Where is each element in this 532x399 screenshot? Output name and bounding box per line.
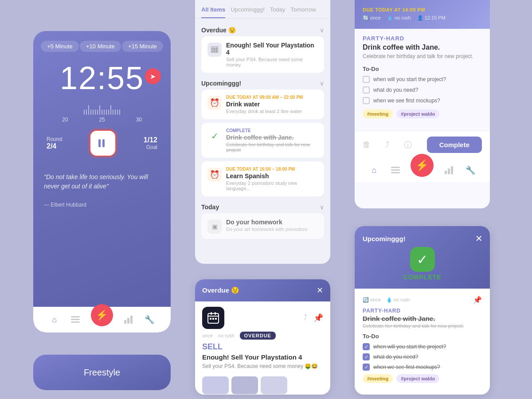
timer-share-button[interactable]: ➤ [145, 68, 161, 84]
todo-text-1: when will you start the project? [373, 76, 446, 82]
today-section-header: Today ∨ [201, 200, 324, 213]
coffee-content: COMPLETE Drink coffee with Jane. Celebra… [226, 128, 318, 153]
freestyle-panel: Freestyle [33, 355, 171, 390]
task-nav-list[interactable] [390, 164, 401, 176]
today-title: Today [201, 203, 219, 211]
overdue-img-2 [231, 376, 258, 394]
task-nav-chart[interactable] [443, 164, 455, 176]
svg-rect-12 [216, 47, 217, 52]
task-share-icon[interactable]: ⤴ [385, 140, 389, 149]
freestyle-label: Freestyle [84, 368, 120, 378]
ruler-mark [86, 110, 87, 115]
today-chevron[interactable]: ∨ [320, 203, 324, 211]
goal-info: 1/12 Goal [144, 136, 157, 150]
overdue-share-icon[interactable]: ⤴ [303, 313, 307, 323]
complete-popup-close[interactable]: ✕ [475, 233, 483, 244]
complete-button[interactable]: Complete [427, 137, 482, 153]
pause-icon [98, 139, 107, 148]
quick-add-5[interactable]: +5 Minute [41, 41, 78, 52]
tag-project[interactable]: #project waldo [396, 110, 439, 118]
ruler-mark [95, 110, 96, 115]
quick-add-10[interactable]: +10 Minute [80, 41, 121, 52]
coffee-check-icon: ✓ [207, 129, 222, 143]
spanish-item[interactable]: ⏰ DUE TODAY AT 16:00 – 18:00 PM Learn Sp… [201, 161, 324, 196]
task-nav-home[interactable]: ⌂ [368, 164, 380, 176]
complete-tag-meeting[interactable]: #meeting [363, 374, 393, 383]
complete-todo-text-2: what do you need? [373, 354, 418, 360]
overdue-task-desc: Sell your PS4. Because need some money 🤑… [195, 361, 330, 373]
tab-all-items[interactable]: All Items [201, 6, 225, 18]
complete-cb-2[interactable]: ✓ [363, 353, 370, 360]
ruler-mark [99, 105, 100, 115]
homework-icon: ▣ [207, 219, 222, 234]
complete-tag-project[interactable]: #project waldo [396, 374, 439, 383]
tab-today[interactable]: Today [270, 6, 286, 18]
complete-cb-1[interactable]: ✓ [363, 343, 370, 350]
tab-upcoming[interactable]: Upcominggg! [231, 6, 265, 18]
task-nav-settings[interactable]: 🔧 [465, 164, 476, 176]
goal-value: 1/12 [144, 136, 157, 144]
pause-button[interactable] [90, 130, 116, 156]
ruler-mark [108, 110, 109, 115]
overdue-popup: Overdue 😟 ✕ ⤴ 📌 once no [195, 279, 330, 395]
nav-settings-icon[interactable]: 🔧 [144, 314, 155, 325]
spanish-icon: ⏰ [207, 168, 222, 182]
ruler-mark [119, 110, 120, 115]
nav-home-icon[interactable]: ⌂ [49, 314, 60, 325]
complete-task-sub: Celebrate her birthday and talk for new … [363, 323, 482, 329]
nav-list-icon[interactable] [70, 314, 81, 325]
todo-checkbox-1[interactable] [363, 76, 370, 83]
ruler-mark [97, 110, 98, 115]
ruler-num-25: 25 [99, 117, 105, 123]
overdue-item-ps4[interactable]: Enough! Sell Your Playstation 4 Sell you… [201, 36, 324, 73]
homework-item[interactable]: ▣ Do your homework Do your art homework … [201, 213, 324, 239]
task-priority: 💧 no rush [387, 15, 411, 21]
pause-bar-right [102, 139, 105, 147]
complete-check-icon: ✓ [417, 252, 428, 267]
drink-water-item[interactable]: ⏰ DUE TODAY AT 09:00 AM – 22:00 PM Drink… [201, 90, 324, 119]
overdue-chevron[interactable]: ∨ [320, 27, 324, 34]
task-info-icon[interactable]: ⓘ [404, 140, 412, 150]
timer-controls: Round 2/4 1/12 Goal [33, 123, 171, 164]
goal-label-text: Goal [144, 144, 157, 150]
nav-chart-icon[interactable] [123, 314, 134, 325]
overdue-popup-close[interactable]: ✕ [317, 286, 323, 295]
task-delete-icon[interactable]: 🗑 [363, 140, 371, 149]
overdue-frequency: once [202, 333, 213, 338]
spanish-content: DUE TODAY AT 16:00 – 18:00 PM Learn Span… [226, 167, 318, 191]
complete-pin-icon[interactable]: 📌 [473, 296, 482, 304]
items-panel: All Items Upcominggg! Today Tomorrow Ove… [195, 0, 330, 264]
coffee-complete-item[interactable]: ✓ COMPLETE Drink coffee with Jane. Celeb… [201, 123, 324, 158]
tag-meeting[interactable]: #meeting [363, 110, 393, 118]
quick-add-15[interactable]: +15 Minute [122, 41, 163, 52]
drink-water-title: Drink water [226, 101, 303, 108]
nav-bolt-button[interactable]: ⚡ [91, 304, 113, 326]
homework-title: Do your homework [226, 219, 307, 226]
timer-panel: +5 Minute +10 Minute +15 Minute 12:55 ➤ [33, 31, 171, 332]
upcoming-chevron[interactable]: ∨ [320, 80, 324, 87]
overdue-meta: once no rush [202, 333, 235, 338]
complete-task-name: Drink coffee with Jane. [363, 315, 482, 322]
todo-checkbox-2[interactable] [363, 86, 370, 94]
complete-cb-3[interactable]: ✓ [363, 364, 370, 371]
complete-todo-text-1: when will you start the project? [373, 344, 446, 350]
quick-add-row: +5 Minute +10 Minute +15 Minute [33, 31, 171, 56]
todo-checkbox-3[interactable] [363, 97, 370, 104]
svg-rect-24 [448, 168, 450, 174]
task-nav-bolt[interactable]: ⚡ [411, 154, 434, 177]
complete-popup-title: Upcominggg! [363, 235, 482, 243]
todo-item-1: when will you start the project? [363, 76, 482, 83]
task-frequency: 🔄 once [363, 15, 381, 21]
tab-tomorrow[interactable]: Tomorrow [291, 6, 316, 18]
spanish-subtitle: Everyday 2 pomodoro study new language..… [226, 180, 318, 191]
timer-ruler: 20 25 30 [33, 96, 171, 123]
task-name-sub: Celebrate her birthday and talk for new … [363, 53, 482, 59]
svg-rect-22 [391, 172, 400, 173]
svg-rect-19 [215, 318, 217, 320]
overdue-task-category: SELL [195, 340, 330, 353]
ps4-item-content: Enough! Sell Your Playstation 4 Sell you… [226, 42, 318, 67]
ruler-num-20: 20 [62, 117, 68, 123]
svg-rect-16 [215, 312, 216, 315]
ruler-mark [102, 110, 102, 115]
overdue-pin-icon[interactable]: 📌 [313, 313, 323, 323]
